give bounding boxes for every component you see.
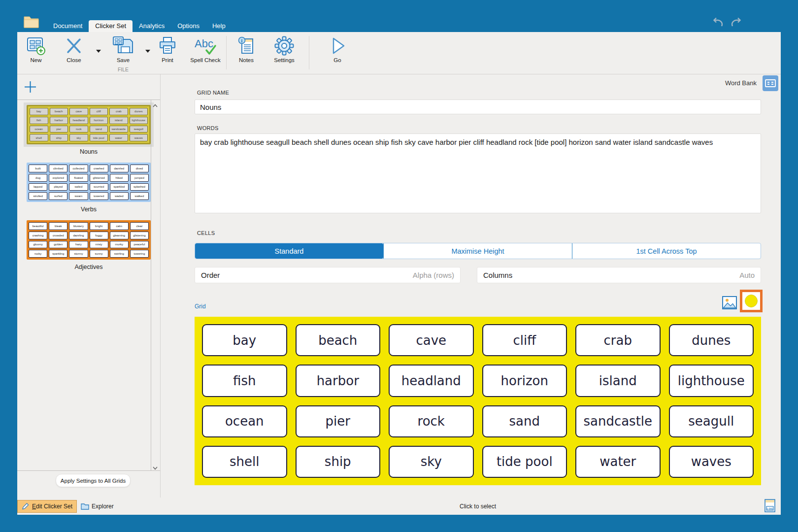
new-grid-icon bbox=[26, 36, 46, 56]
order-value: Alpha (rows) bbox=[413, 271, 454, 279]
thumbnail-cell: calm bbox=[110, 222, 129, 230]
grid-cell[interactable]: fish bbox=[202, 365, 287, 397]
cell-mode-maximise-height[interactable]: Maximise Height bbox=[383, 243, 572, 259]
undo-icon[interactable] bbox=[710, 17, 724, 31]
columns-label: Columns bbox=[483, 271, 512, 279]
nouns-thumbnail-grid: baybeachcavecliffcrabdunesfishharborhead… bbox=[27, 105, 151, 144]
grid-cell[interactable]: bay bbox=[202, 324, 287, 356]
grid-cell[interactable]: beach bbox=[296, 324, 381, 356]
gear-icon bbox=[274, 36, 294, 56]
status-text: Click to select bbox=[195, 503, 761, 510]
grid-cell[interactable]: shell bbox=[202, 446, 287, 478]
grid-cell[interactable]: dunes bbox=[669, 324, 754, 356]
tab-help[interactable]: Help bbox=[206, 20, 232, 32]
grid-cell[interactable]: pier bbox=[296, 405, 381, 437]
thumbnail-cell: sky bbox=[69, 134, 88, 141]
thumbnail-cell: floated bbox=[69, 174, 88, 182]
grid-name-input[interactable]: Nouns bbox=[195, 100, 761, 114]
toolbar-separator bbox=[309, 36, 309, 69]
grid-cell[interactable]: rock bbox=[389, 405, 474, 437]
grid-cell[interactable]: horizon bbox=[482, 365, 567, 397]
cell-mode-1st-cell-across-top[interactable]: 1st Cell Across Top bbox=[572, 243, 761, 259]
word-bank-icon[interactable] bbox=[763, 75, 778, 91]
grid-cell[interactable]: island bbox=[575, 365, 661, 397]
grid-cell[interactable]: seagull bbox=[669, 405, 754, 437]
grid-cell[interactable]: crab bbox=[575, 324, 661, 356]
folder-icon[interactable] bbox=[24, 15, 39, 31]
new-button[interactable]: New bbox=[17, 36, 55, 68]
order-field[interactable]: Order Alpha (rows) bbox=[195, 267, 461, 283]
grid-cell[interactable]: lighthouse bbox=[669, 365, 754, 397]
cell-mode-standard[interactable]: Standard bbox=[195, 243, 383, 259]
add-grid-button[interactable] bbox=[17, 74, 160, 100]
thumbnail-cell: blustery bbox=[69, 222, 88, 230]
picture-icon[interactable] bbox=[722, 296, 737, 309]
thumbnail-cell: beach bbox=[50, 108, 68, 115]
thumbnail-cell: headland bbox=[69, 117, 88, 124]
grid-cell[interactable]: ocean bbox=[202, 405, 287, 437]
grid-cell[interactable]: water bbox=[575, 446, 661, 478]
grid-cell[interactable]: harbor bbox=[296, 365, 381, 397]
word-grid: baybeachcavecliffcrabdunesfishharborhead… bbox=[195, 317, 761, 485]
notes-button[interactable]: Notes bbox=[228, 36, 265, 68]
save-button[interactable]: Save bbox=[104, 36, 142, 68]
grid-cell[interactable]: ship bbox=[296, 446, 381, 478]
thumbnail-cell: stormy bbox=[69, 250, 88, 258]
go-button[interactable]: Go bbox=[319, 36, 356, 68]
grid-name-label: GRID NAME bbox=[197, 90, 229, 96]
grid-cell[interactable]: tide pool bbox=[482, 446, 567, 478]
thumbnail-cell: sand bbox=[90, 126, 108, 133]
thumbnail-cell: island bbox=[109, 117, 128, 124]
grid-cell[interactable]: sandcastle bbox=[575, 405, 661, 437]
save-icon bbox=[112, 36, 134, 56]
grid-cell[interactable]: sand bbox=[482, 405, 567, 437]
words-input[interactable]: bay crab lighthouse seagull beach shell … bbox=[195, 133, 761, 213]
grid-cell[interactable]: cliff bbox=[482, 324, 567, 356]
thumbnail-cell: crashing bbox=[29, 232, 47, 239]
settings-button[interactable]: Settings bbox=[266, 36, 303, 68]
thumbnail-cell: built bbox=[29, 165, 47, 172]
thumbnail-cell: swam bbox=[69, 192, 88, 200]
plus-icon bbox=[24, 80, 37, 94]
adjectives-thumbnail-grid: beautifulbleakblusterybrightcalmclearcra… bbox=[27, 220, 151, 260]
columns-field[interactable]: Columns Auto bbox=[477, 267, 761, 283]
log-icon[interactable]: LOG bbox=[765, 499, 775, 514]
tab-options[interactable]: Options bbox=[171, 20, 206, 32]
grid-cell[interactable]: headland bbox=[389, 365, 474, 397]
thumbnail-cell: hazy bbox=[69, 241, 88, 249]
explorer-tab[interactable]: Explorer bbox=[77, 500, 118, 512]
grid-color-swatch[interactable] bbox=[740, 290, 763, 312]
grid-thumbnail-adjectives[interactable]: beautifulbleakblusterybrightcalmclearcra… bbox=[24, 218, 154, 272]
thumbnail-cell: hiked bbox=[110, 174, 129, 182]
thumbnail-cell: jumped bbox=[130, 174, 149, 182]
grid-cell[interactable]: waves bbox=[669, 446, 754, 478]
tab-clicker-set[interactable]: Clicker Set bbox=[89, 20, 133, 32]
apply-settings-button[interactable]: Apply Settings to All Grids bbox=[56, 474, 131, 487]
thumbnail-cell: harbor bbox=[50, 117, 68, 124]
print-button[interactable]: Print bbox=[149, 36, 186, 68]
thumbnail-cell: rock bbox=[69, 126, 88, 133]
grid-thumbnail-verbs[interactable]: builtclimbedcollectedcrasheddazzleddived… bbox=[24, 160, 154, 215]
scroll-down-icon[interactable] bbox=[152, 464, 158, 468]
thumbnail-cell: water bbox=[109, 134, 128, 141]
thumbnail-cell: sparkled bbox=[110, 183, 129, 191]
tab-document[interactable]: Document bbox=[47, 20, 89, 32]
spell-check-button[interactable]: Abc Spell Check bbox=[187, 36, 224, 68]
close-dropdown-caret-icon[interactable] bbox=[96, 50, 101, 53]
thumbnail-cell: dazzled bbox=[110, 165, 129, 172]
thumbnail-cell: climbed bbox=[49, 165, 67, 172]
thumbnail-cell: golden bbox=[49, 241, 67, 249]
tab-analytics[interactable]: Analytics bbox=[133, 20, 171, 32]
grid-cell[interactable]: sky bbox=[389, 446, 474, 478]
sidebar-scrollbar[interactable] bbox=[151, 100, 159, 470]
thumbnail-cell: gleaming bbox=[110, 232, 129, 239]
word-bank-label: Word Bank bbox=[725, 79, 757, 87]
thumbnail-label: Verbs bbox=[24, 204, 154, 215]
scroll-up-icon[interactable] bbox=[152, 101, 158, 106]
close-button[interactable]: Close bbox=[55, 36, 93, 68]
grid-thumbnail-nouns[interactable]: baybeachcavecliffcrabdunesfishharborhead… bbox=[24, 102, 154, 157]
thumbnail-cell: gloomy bbox=[29, 241, 47, 249]
edit-clicker-set-tab[interactable]: Edit Clicker Set bbox=[17, 500, 77, 513]
grid-cell[interactable]: cave bbox=[389, 324, 474, 356]
redo-icon[interactable] bbox=[730, 17, 744, 31]
